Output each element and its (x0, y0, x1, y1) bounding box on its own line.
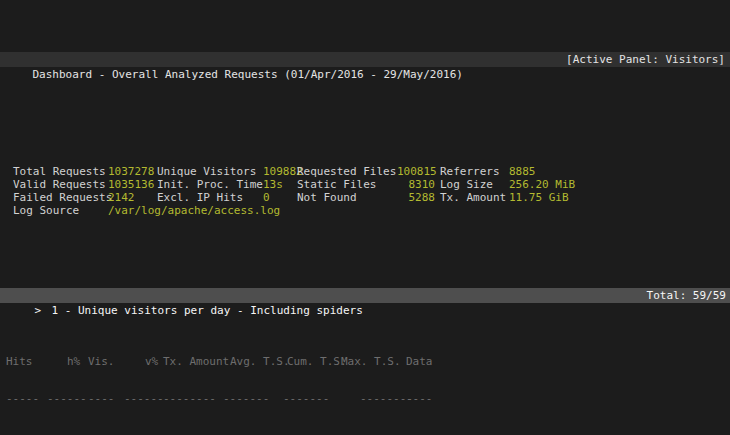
column-underline: ----- ------ ---- ------ -------- ------… (0, 394, 730, 406)
summary-label: Unique Visitors (157, 165, 256, 178)
summary-label: Valid Requests (13, 178, 106, 191)
summary-value: 8310 (397, 178, 435, 191)
goaccess-terminal-dashboard: Dashboard - Overall Analyzed Requests (0… (0, 0, 730, 435)
col-cum: Cum. T.S. (287, 355, 347, 368)
summary-label: Referrers (440, 165, 500, 178)
dash: -------- (163, 394, 216, 404)
dash: ----- (6, 394, 39, 404)
dash: ------ (47, 394, 87, 404)
summary-row: Failed Requests 2142 Excl. IP Hits 0 Not… (0, 191, 730, 204)
panel-header-unique-visitors[interactable]: >1 - Unique visitors per day - Including… (0, 288, 730, 303)
title-bar: Dashboard - Overall Analyzed Requests (0… (0, 52, 730, 67)
dash: ------ (124, 394, 164, 404)
summary-label: Static Files (297, 178, 376, 191)
dash: ------- (283, 394, 329, 404)
summary-label: Total Requests (13, 165, 106, 178)
col-vis: Vis. (88, 355, 115, 368)
col-hits: Hits (6, 355, 33, 368)
dash: ------- (223, 394, 269, 404)
summary-value: 256.20 MiB (509, 178, 575, 191)
summary-value: 1037278 (108, 165, 154, 178)
app-title: Dashboard - Overall Analyzed Requests (0… (33, 68, 463, 81)
summary-value: 100815 (397, 165, 435, 178)
col-vpct: v% (145, 355, 158, 368)
dash: ---- (88, 394, 115, 404)
summary-row: Total Requests 1037278 Unique Visitors 1… (0, 165, 730, 178)
summary-value: 5288 (397, 191, 435, 204)
summary-row: Log Source /var/log/apache/access.log (0, 204, 730, 217)
panel-title: 1 - Unique visitors per day - Including … (52, 304, 363, 317)
summary-label: Not Found (297, 191, 357, 204)
summary-label: Tx. Amount (440, 191, 506, 204)
column-headers: Hits h% Vis. v% Tx. Amount Avg. T.S. Cum… (0, 355, 730, 368)
summary-value: 8885 (509, 165, 536, 178)
active-panel-indicator: [Active Panel: Visitors] (566, 52, 725, 67)
summary-label: Log Size (440, 178, 493, 191)
panel-total: Total: 59/59 (647, 288, 726, 303)
summary-value: 11.75 GiB (509, 191, 569, 204)
summary-value: /var/log/apache/access.log (108, 204, 280, 217)
summary-label: Excl. IP Hits (157, 191, 243, 204)
col-tx: Tx. Amount (163, 355, 229, 368)
summary-value: 0 (263, 191, 270, 204)
summary-label: Failed Requests (13, 191, 112, 204)
summary-value: 2142 (108, 191, 135, 204)
col-hpct: h% (67, 355, 80, 368)
summary-value: 13s (263, 178, 283, 191)
summary-label: Log Source (13, 204, 79, 217)
dash: ---- (406, 394, 433, 404)
col-max: Max. T.S. (341, 355, 401, 368)
summary-label: Requested Files (297, 165, 396, 178)
summary-row: Valid Requests 1035136 Init. Proc. Time … (0, 178, 730, 191)
active-panel-cursor-icon: > (35, 303, 52, 318)
summary-label: Init. Proc. Time (157, 178, 263, 191)
col-data: Data (406, 355, 433, 368)
summary-value: 1035136 (108, 178, 154, 191)
col-avg: Avg. T.S. (230, 355, 290, 368)
summary-block: Total Requests 1037278 Unique Visitors 1… (0, 126, 730, 217)
